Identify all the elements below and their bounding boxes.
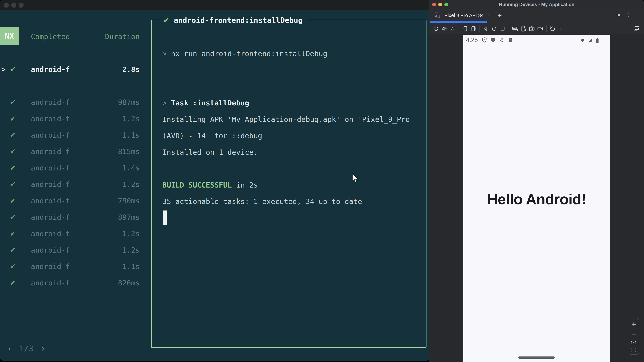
task-duration: 897ms <box>118 209 140 225</box>
task-row[interactable]: ✔android-f987ms <box>0 94 144 110</box>
task-duration: 1.1s <box>122 127 140 143</box>
gradle-task-name: Task :installDebug <box>171 99 249 107</box>
gradle-task-line: > Task :installDebug <box>162 95 249 111</box>
rotate-left-icon[interactable] <box>461 24 469 33</box>
success-check-icon: ✔ <box>10 225 16 242</box>
assistant-a-icon: A <box>507 37 514 43</box>
success-check-icon: ✔ <box>10 258 16 275</box>
task-list-panel: NX Completed Duration >✔android-f2.8s✔an… <box>0 10 144 361</box>
task-row[interactable]: ✔android-f1.1s <box>0 258 144 275</box>
volume-up-icon[interactable] <box>440 24 448 33</box>
zoom-controls: + − 1:1 <box>628 318 639 355</box>
task-name: android-f <box>31 258 70 275</box>
screenshot-icon[interactable] <box>528 24 536 33</box>
task-name: android-f <box>31 209 70 225</box>
task-row[interactable]: ✔android-f1.2s <box>0 176 144 193</box>
task-row[interactable]: ✔android-f790ms <box>0 193 144 209</box>
wifi-icon <box>580 37 586 43</box>
overview-icon[interactable] <box>498 24 507 33</box>
back-icon[interactable] <box>482 24 490 33</box>
task-row[interactable]: ✔android-f897ms <box>0 209 144 225</box>
window-title: Running Devices - My Application <box>429 0 644 9</box>
vpn-shield-icon <box>481 37 488 43</box>
task-duration: 1.2s <box>122 225 140 242</box>
task-output-title: ✔android-frontend:installDebug <box>158 14 307 26</box>
task-output-title-text: android-frontend:installDebug <box>174 16 302 24</box>
actual-size-button[interactable]: 1:1 <box>630 340 637 346</box>
task-name: android-f <box>31 193 70 209</box>
task-row[interactable]: ✔android-f1.2s <box>0 242 144 258</box>
rotate-right-icon[interactable] <box>469 24 478 33</box>
build-status-text: BUILD SUCCESSFUL <box>162 181 232 189</box>
task-row[interactable]: ✔android-f1.2s <box>0 110 144 127</box>
task-row[interactable]: ✔android-f1.4s <box>0 160 144 176</box>
tasks-summary-line: 35 actionable tasks: 1 executed, 34 up-t… <box>162 193 362 210</box>
task-duration: 1.1s <box>122 258 140 275</box>
task-name: android-f <box>31 275 70 291</box>
task-row[interactable]: ✔android-f826ms <box>0 275 144 291</box>
install-line-2: (AVD) - 14' for ::debug <box>162 128 262 144</box>
wellbeing-icon <box>498 37 505 43</box>
tab-label: Pixel 9 Pro API 34 <box>444 13 484 18</box>
new-tab-icon[interactable]: + <box>498 11 502 19</box>
window-close-button[interactable] <box>4 3 9 8</box>
tab-pixel-9-pro[interactable]: Pixel 9 Pro API 34 × + <box>434 9 502 21</box>
hello-android-text: Hello Android! <box>464 191 610 208</box>
status-bar-right <box>580 37 600 43</box>
page-indicator: 1/3 <box>19 344 33 353</box>
display-search-icon[interactable] <box>632 24 641 33</box>
terminal-window: NX Completed Duration >✔android-f2.8s✔an… <box>0 0 429 361</box>
studio-titlebar[interactable]: Running Devices - My Application <box>429 0 644 9</box>
window-zoom-button[interactable] <box>18 3 24 8</box>
power-icon[interactable] <box>432 24 440 33</box>
phone-screen[interactable]: 4:25 A <box>464 35 610 362</box>
command-line: > nx run android-frontend:installDebug <box>162 45 327 62</box>
toolbar-separator <box>480 25 480 32</box>
task-output-box: ✔android-frontend:installDebug > nx run … <box>151 19 426 348</box>
signal-icon <box>587 37 593 43</box>
terminal-cursor <box>163 211 167 225</box>
task-row[interactable]: ✔android-f1.1s <box>0 127 144 143</box>
zoom-in-button[interactable]: + <box>632 320 636 329</box>
task-row[interactable]: ✔android-f1.2s <box>0 225 144 242</box>
screen-record-icon[interactable] <box>536 24 544 33</box>
success-check-icon: ✔ <box>10 275 16 291</box>
device-tab-bar: Pixel 9 Pro API 34 × + <box>429 9 644 23</box>
navigation-handle[interactable] <box>518 357 555 359</box>
next-page-arrow[interactable]: → <box>38 344 44 353</box>
device-settings-icon[interactable] <box>519 24 528 33</box>
fit-screen-icon[interactable] <box>631 347 637 353</box>
success-check-icon: ✔ <box>10 61 16 78</box>
status-time: 4:25 <box>466 36 478 43</box>
dock-float-icon[interactable] <box>616 12 622 18</box>
duration-column-header: Duration <box>105 28 140 45</box>
task-duration: 987ms <box>118 94 140 110</box>
task-duration: 815ms <box>118 143 140 160</box>
battery-icon <box>594 37 600 43</box>
task-name: android-f <box>31 61 70 78</box>
terminal-titlebar[interactable] <box>0 0 429 10</box>
install-line-1: Installing APK 'My Application-debug.apk… <box>162 111 410 128</box>
window-minimize-button[interactable] <box>11 3 16 8</box>
tool-window-controls <box>616 12 640 18</box>
task-row[interactable]: >✔android-f2.8s <box>0 61 144 78</box>
success-check-icon: ✔ <box>10 193 16 209</box>
minimize-icon[interactable] <box>634 12 640 18</box>
task-duration: 1.4s <box>122 160 140 176</box>
home-icon[interactable] <box>490 24 498 33</box>
success-check-icon: ✔ <box>10 94 16 110</box>
more-vertical-icon[interactable] <box>625 12 631 18</box>
prev-page-arrow[interactable]: ← <box>8 344 15 353</box>
tab-close-icon[interactable]: × <box>487 12 490 18</box>
volume-down-icon[interactable] <box>448 24 457 33</box>
task-row[interactable]: ✔android-f815ms <box>0 143 144 160</box>
zoom-out-button[interactable]: − <box>632 330 636 339</box>
more-icon[interactable] <box>557 24 565 33</box>
reset-icon[interactable] <box>548 24 557 33</box>
device-toolbar <box>429 23 644 35</box>
success-check-icon: ✔ <box>10 242 16 258</box>
hardware-input-icon[interactable] <box>511 24 519 33</box>
install-line-3: Installed on 1 device. <box>162 144 258 160</box>
pagination: ← 1/3 → <box>8 340 44 357</box>
status-bar-left: 4:25 A <box>466 36 514 43</box>
